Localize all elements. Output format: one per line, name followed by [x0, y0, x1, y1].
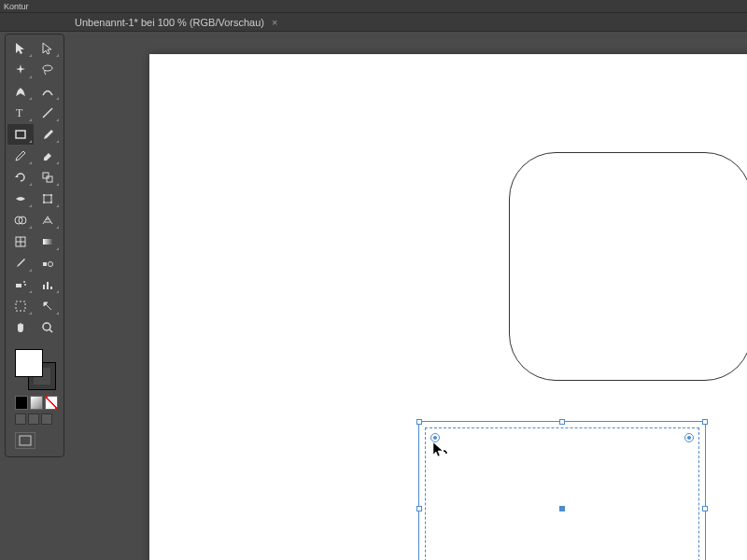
selection-handle-tr[interactable]: [702, 419, 708, 425]
direct-selection-tool[interactable]: [35, 38, 61, 59]
perspective-grid-tool[interactable]: [35, 210, 61, 231]
artboard-tool[interactable]: [7, 296, 34, 316]
svg-text:T: T: [16, 106, 23, 119]
svg-line-2: [43, 108, 52, 118]
svg-rect-17: [43, 262, 47, 266]
svg-point-7: [43, 194, 45, 196]
eraser-tool[interactable]: [35, 146, 61, 166]
live-corner-widget-tr[interactable]: [684, 433, 694, 442]
color-mode-gradient[interactable]: [30, 396, 43, 410]
fill-color[interactable]: [15, 349, 43, 377]
selection-center[interactable]: [559, 506, 565, 511]
svg-point-9: [43, 202, 45, 203]
rotate-tool[interactable]: [7, 167, 34, 188]
svg-point-8: [50, 194, 52, 196]
svg-point-10: [50, 202, 52, 203]
svg-rect-6: [44, 195, 51, 203]
shape-builder-tool[interactable]: [7, 210, 34, 231]
svg-point-26: [43, 323, 50, 330]
pencil-tool[interactable]: [7, 146, 34, 166]
tools-panel: T: [5, 34, 64, 457]
artboard[interactable]: [149, 54, 747, 560]
blend-tool[interactable]: [35, 253, 61, 273]
options-bar: Kontur: [0, 0, 747, 13]
svg-rect-3: [16, 131, 25, 138]
draw-inside[interactable]: [41, 413, 52, 425]
paintbrush-tool[interactable]: [35, 124, 61, 145]
free-transform-tool[interactable]: [35, 189, 61, 209]
kontur-label: Kontur: [4, 2, 29, 11]
document-tab-bar: Unbenannt-1* bei 100 % (RGB/Vorschau) ×: [0, 13, 747, 32]
lasso-tool[interactable]: [35, 60, 61, 80]
svg-rect-23: [47, 282, 49, 289]
svg-rect-25: [16, 301, 25, 311]
width-tool[interactable]: [7, 189, 34, 209]
color-section: [7, 345, 62, 453]
curvature-tool[interactable]: [35, 81, 61, 102]
selected-rectangle[interactable]: [418, 421, 706, 560]
color-mode-none[interactable]: [45, 396, 58, 410]
svg-point-20: [23, 281, 25, 283]
selection-handle-tl[interactable]: [416, 419, 422, 425]
draw-behind[interactable]: [28, 413, 39, 425]
svg-point-18: [49, 262, 53, 267]
svg-point-21: [24, 284, 26, 286]
canvas-area[interactable]: [75, 32, 747, 560]
selection-path: [425, 427, 699, 560]
svg-rect-5: [47, 176, 52, 182]
close-icon[interactable]: ×: [272, 17, 277, 28]
slice-tool[interactable]: [35, 296, 61, 316]
screen-mode[interactable]: [15, 432, 35, 449]
svg-line-27: [49, 329, 52, 332]
gradient-tool[interactable]: [35, 231, 61, 252]
rectangle-tool[interactable]: [7, 124, 34, 145]
selection-tool[interactable]: [7, 38, 34, 59]
pen-tool[interactable]: [7, 81, 34, 102]
svg-rect-4: [43, 173, 49, 178]
symbol-sprayer-tool[interactable]: [7, 274, 34, 295]
hand-tool[interactable]: [7, 317, 34, 338]
selection-handle-ml[interactable]: [416, 506, 422, 511]
line-segment-tool[interactable]: [35, 103, 61, 123]
scale-tool[interactable]: [35, 167, 61, 188]
selection-handle-tc[interactable]: [559, 419, 565, 425]
svg-rect-16: [43, 239, 52, 245]
svg-rect-19: [16, 284, 21, 287]
column-graph-tool[interactable]: [35, 274, 61, 295]
svg-rect-24: [50, 287, 52, 289]
live-corner-widget-tl[interactable]: [430, 433, 440, 442]
zoom-tool[interactable]: [35, 317, 61, 338]
mesh-tool[interactable]: [7, 231, 34, 252]
draw-normal[interactable]: [15, 413, 26, 425]
rounded-rectangle-shape[interactable]: [509, 152, 747, 381]
svg-rect-22: [43, 285, 45, 289]
selection-handle-mr[interactable]: [702, 506, 708, 511]
type-tool[interactable]: T: [7, 103, 34, 123]
fill-stroke-swatch[interactable]: [15, 349, 56, 390]
document-tab-title[interactable]: Unbenannt-1* bei 100 % (RGB/Vorschau): [75, 17, 264, 28]
svg-rect-28: [20, 436, 31, 445]
color-mode-solid[interactable]: [15, 396, 28, 410]
magic-wand-tool[interactable]: [7, 60, 34, 80]
eyedropper-tool[interactable]: [7, 253, 34, 273]
